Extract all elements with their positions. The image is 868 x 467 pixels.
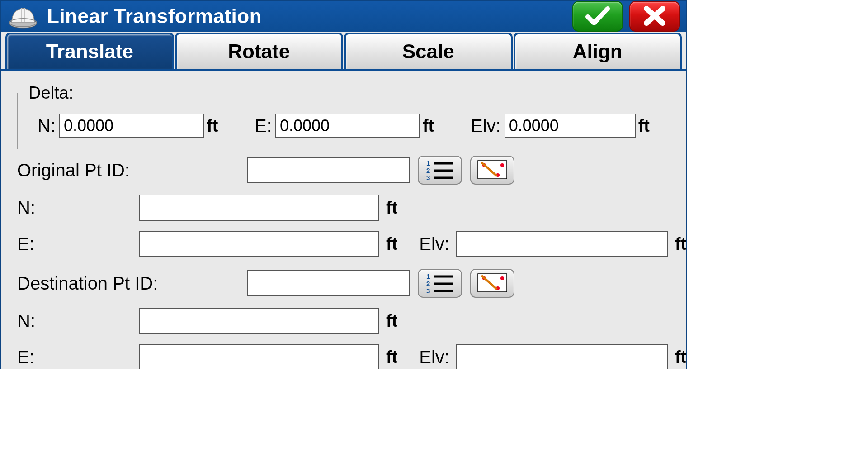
dest-n-label: N: <box>17 311 135 331</box>
delta-n-unit: ft <box>207 116 218 136</box>
original-pt-id-input[interactable] <box>247 157 410 183</box>
original-pt-id-label: Original Pt ID: <box>17 160 239 181</box>
check-icon <box>585 5 610 28</box>
tab-bar: Translate Rotate Scale Align <box>1 33 686 69</box>
close-icon <box>642 5 667 28</box>
orig-n-label: N: <box>17 198 58 218</box>
content-panel: Delta: N: ft E: ft Elv: ft <box>1 69 686 369</box>
dest-e-unit: ft <box>386 348 401 367</box>
orig-n-input[interactable] <box>139 195 379 221</box>
svg-text:2: 2 <box>426 280 430 287</box>
dest-elv-unit: ft <box>675 348 687 367</box>
svg-text:1: 1 <box>426 272 430 280</box>
delta-elv-unit: ft <box>638 116 650 136</box>
orig-e-label: E: <box>17 234 135 254</box>
svg-text:2: 2 <box>426 167 430 174</box>
dest-e-input[interactable] <box>139 344 379 369</box>
delta-legend: Delta: <box>26 83 76 103</box>
svg-point-10 <box>500 163 504 167</box>
delta-n-label: N: <box>38 116 56 136</box>
orig-n-unit: ft <box>386 198 401 218</box>
svg-point-21 <box>500 276 504 280</box>
orig-elv-unit: ft <box>675 234 687 254</box>
map-pick-icon <box>476 159 509 182</box>
dest-elv-label: Elv: <box>406 347 451 367</box>
delta-n-input[interactable] <box>59 114 204 138</box>
original-point-list-button[interactable]: 1 2 3 <box>418 156 462 185</box>
page-title: Linear Transformation <box>47 5 566 28</box>
delta-e-input[interactable] <box>275 114 420 138</box>
list-icon: 1 2 3 <box>424 159 456 182</box>
destination-point-list-button[interactable]: 1 2 3 <box>418 269 462 298</box>
tab-align[interactable]: Align <box>514 33 682 69</box>
svg-text:3: 3 <box>426 287 430 294</box>
orig-e-unit: ft <box>386 234 401 254</box>
tab-rotate[interactable]: Rotate <box>175 33 344 69</box>
delta-e-unit: ft <box>423 116 434 136</box>
svg-text:1: 1 <box>426 159 430 167</box>
destination-pt-id-label: Destination Pt ID: <box>17 273 239 294</box>
dest-elv-input[interactable] <box>456 344 668 369</box>
orig-elv-label: Elv: <box>406 234 451 254</box>
delta-elv-label: Elv: <box>471 116 501 136</box>
orig-elv-input[interactable] <box>456 231 668 257</box>
cancel-button[interactable] <box>629 1 680 32</box>
delta-e-label: E: <box>255 116 272 136</box>
window: Linear Transformation Translate Rotate S… <box>0 0 687 369</box>
delta-elv-input[interactable] <box>505 114 636 138</box>
orig-e-input[interactable] <box>139 231 379 257</box>
ok-button[interactable] <box>572 1 623 32</box>
dest-e-label: E: <box>17 347 135 367</box>
hardhat-icon <box>7 4 39 29</box>
dest-n-unit: ft <box>386 311 401 331</box>
list-icon: 1 2 3 <box>424 272 456 295</box>
map-pick-icon <box>476 272 509 295</box>
dest-n-input[interactable] <box>139 308 379 334</box>
tab-scale[interactable]: Scale <box>344 33 513 69</box>
delta-group: Delta: N: ft E: ft Elv: ft <box>17 83 670 149</box>
titlebar: Linear Transformation <box>1 1 686 32</box>
destination-pt-id-input[interactable] <box>247 270 410 296</box>
tab-translate[interactable]: Translate <box>5 33 174 69</box>
original-point-map-button[interactable] <box>470 156 514 185</box>
svg-text:3: 3 <box>426 174 430 181</box>
destination-point-map-button[interactable] <box>470 269 514 298</box>
